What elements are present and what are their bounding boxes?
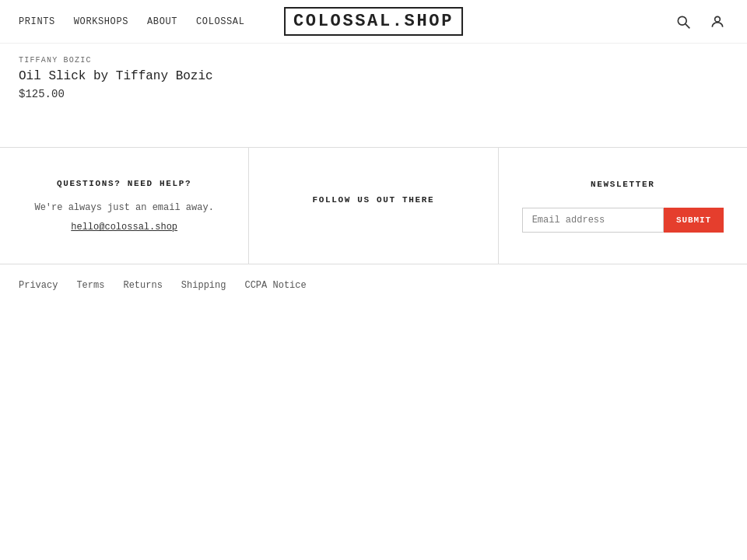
nav-item-workshops[interactable]: WORKSHOPS xyxy=(74,16,128,27)
footer-link-shipping[interactable]: Shipping xyxy=(181,280,226,291)
product-section: TIFFANY BOZIC Oil Slick by Tiffany Bozic… xyxy=(0,56,747,100)
search-icon xyxy=(675,14,691,30)
search-button[interactable] xyxy=(672,11,694,33)
product-artist: TIFFANY BOZIC xyxy=(19,56,728,65)
nav-item-about[interactable]: ABOUT xyxy=(147,16,177,27)
nav-item-colossal[interactable]: COLOSSAL xyxy=(196,16,244,27)
product-title: Oil Slick by Tiffany Bozic xyxy=(19,69,728,83)
footer-questions-col: QUESTIONS? NEED HELP? We're always just … xyxy=(0,148,249,264)
footer-link-terms[interactable]: Terms xyxy=(76,280,104,291)
footer-link-returns[interactable]: Returns xyxy=(123,280,162,291)
user-icon xyxy=(710,14,725,30)
svg-point-0 xyxy=(678,16,686,25)
nav-item-prints[interactable]: PRINTS xyxy=(19,16,55,27)
svg-line-1 xyxy=(686,23,689,27)
header-icons xyxy=(672,11,728,33)
svg-point-2 xyxy=(715,16,721,22)
user-button[interactable] xyxy=(707,11,728,33)
footer-main: QUESTIONS? NEED HELP? We're always just … xyxy=(0,147,747,264)
footer-newsletter-col: NEWSLETTER SUBMIT xyxy=(499,148,747,264)
header: PRINTS WORKSHOPS ABOUT COLOSSAL COLOSSAL… xyxy=(0,0,747,44)
newsletter-title: NEWSLETTER xyxy=(591,180,655,189)
questions-title: QUESTIONS? NEED HELP? xyxy=(57,179,191,188)
newsletter-form: SUBMIT xyxy=(522,208,724,233)
follow-title: FOLLOW US OUT THERE xyxy=(313,195,435,205)
footer: QUESTIONS? NEED HELP? We're always just … xyxy=(0,147,747,306)
product-price: $125.00 xyxy=(19,88,728,100)
footer-link-ccpa[interactable]: CCPA Notice xyxy=(244,280,306,291)
submit-button[interactable]: SUBMIT xyxy=(664,208,724,233)
questions-email[interactable]: hello@colossal.shop xyxy=(71,222,177,233)
email-input[interactable] xyxy=(522,208,664,233)
questions-body: We're always just an email away. xyxy=(34,201,213,215)
footer-link-privacy[interactable]: Privacy xyxy=(19,280,58,291)
footer-follow-col: FOLLOW US OUT THERE xyxy=(249,148,498,264)
nav-left: PRINTS WORKSHOPS ABOUT COLOSSAL xyxy=(19,16,244,27)
logo[interactable]: COLOSSAL.SHOP xyxy=(284,12,463,31)
footer-bottom: Privacy Terms Returns Shipping CCPA Noti… xyxy=(0,264,747,306)
